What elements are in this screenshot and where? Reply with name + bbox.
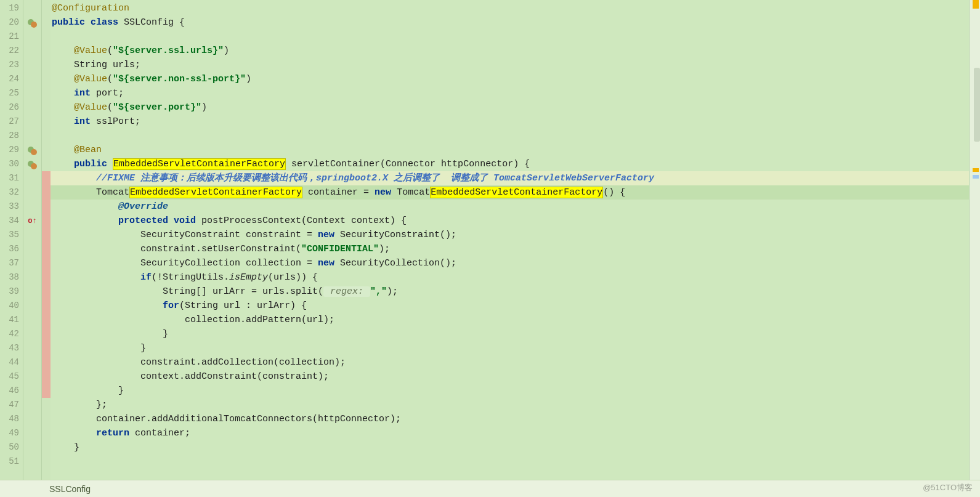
- line-number[interactable]: 22: [0, 44, 23, 58]
- code-line[interactable]: @Bean: [51, 143, 969, 157]
- line-number[interactable]: 29: [0, 143, 23, 157]
- vcs-modified-marker[interactable]: [42, 341, 51, 355]
- vcs-modified-marker[interactable]: [42, 299, 51, 313]
- code-line[interactable]: SecurityConstraint constraint = new Secu…: [51, 228, 969, 242]
- line-number[interactable]: 30: [0, 157, 23, 171]
- line-number[interactable]: 20: [0, 15, 23, 30]
- line-number[interactable]: 37: [0, 256, 23, 270]
- code-line[interactable]: TomcatEmbeddedServletContainerFactory co…: [51, 185, 969, 200]
- line-number[interactable]: 32: [0, 185, 23, 200]
- code-line[interactable]: }: [51, 341, 969, 355]
- line-number[interactable]: 39: [0, 285, 23, 299]
- code-line[interactable]: }: [51, 384, 969, 398]
- line-number[interactable]: 19: [0, 1, 23, 15]
- vcs-blank: [42, 440, 51, 455]
- code-line[interactable]: collection.addPattern(url);: [51, 313, 969, 327]
- code-line[interactable]: public class SSLConfig {: [51, 15, 969, 30]
- line-number-gutter[interactable]: 1920212223242526272829303132333435363738…: [0, 0, 23, 480]
- line-number[interactable]: 44: [0, 355, 23, 370]
- code-line[interactable]: return container;: [51, 426, 969, 440]
- vcs-modified-marker[interactable]: [42, 242, 51, 256]
- code-line[interactable]: String[] urlArr = urls.split( regex: ","…: [51, 285, 969, 299]
- vcs-modified-marker[interactable]: [42, 185, 51, 200]
- code-line[interactable]: }: [51, 440, 969, 455]
- line-number[interactable]: 51: [0, 455, 23, 469]
- line-number[interactable]: 40: [0, 299, 23, 313]
- line-number[interactable]: 35: [0, 228, 23, 242]
- code-line[interactable]: @Value("${server.non-ssl-port}"): [51, 72, 969, 86]
- line-number[interactable]: 33: [0, 200, 23, 214]
- line-number[interactable]: 50: [0, 440, 23, 455]
- code-line[interactable]: container.addAdditionalTomcatConnectors(…: [51, 412, 969, 426]
- vcs-modified-marker[interactable]: [42, 270, 51, 285]
- code-token: (String url : urlArr) {: [179, 301, 307, 311]
- vcs-modified-marker[interactable]: [42, 313, 51, 327]
- code-line[interactable]: }: [51, 327, 969, 341]
- code-line[interactable]: constraint.setUserConstraint("CONFIDENTI…: [51, 242, 969, 256]
- code-line[interactable]: for(String url : urlArr) {: [51, 299, 969, 313]
- vcs-modified-marker[interactable]: [42, 200, 51, 214]
- code-line[interactable]: [51, 129, 969, 143]
- code-line[interactable]: };: [51, 398, 969, 412]
- vcs-modified-marker[interactable]: [42, 256, 51, 270]
- code-line[interactable]: @Value("${server.port}"): [51, 100, 969, 115]
- code-line[interactable]: public EmbeddedServletContainerFactory s…: [51, 157, 969, 171]
- vcs-modified-marker[interactable]: [42, 228, 51, 242]
- error-stripe-mark[interactable]: [973, 175, 979, 179]
- line-number[interactable]: 46: [0, 384, 23, 398]
- line-number[interactable]: 27: [0, 115, 23, 129]
- line-number[interactable]: 38: [0, 270, 23, 285]
- code-line[interactable]: SecurityCollection collection = new Secu…: [51, 256, 969, 270]
- vcs-modified-marker[interactable]: [42, 214, 51, 228]
- code-line[interactable]: @Override: [51, 200, 969, 214]
- vcs-modified-marker[interactable]: [42, 327, 51, 341]
- line-number[interactable]: 48: [0, 412, 23, 426]
- line-number[interactable]: 21: [0, 30, 23, 44]
- implements-icon[interactable]: [23, 157, 41, 171]
- implements-icon[interactable]: [23, 143, 41, 157]
- code-token: );: [379, 244, 390, 254]
- line-number[interactable]: 31: [0, 171, 23, 185]
- vcs-modified-marker[interactable]: [42, 384, 51, 398]
- code-line[interactable]: if(!StringUtils.isEmpty(urls)) {: [51, 270, 969, 285]
- line-number[interactable]: 24: [0, 72, 23, 86]
- code-line[interactable]: //FIXME 注意事项：后续版本升级要调整该出代码，springboot2.X…: [51, 171, 969, 185]
- code-line[interactable]: constraint.addCollection(collection);: [51, 355, 969, 370]
- gutter-icon-column[interactable]: o↑: [23, 0, 42, 480]
- line-number[interactable]: 47: [0, 398, 23, 412]
- line-number[interactable]: 43: [0, 341, 23, 355]
- code-line[interactable]: String urls;: [51, 58, 969, 72]
- line-number[interactable]: 25: [0, 86, 23, 100]
- vcs-modified-marker[interactable]: [42, 285, 51, 299]
- scrollbar-thumb[interactable]: [974, 68, 980, 142]
- error-stripe-mark[interactable]: [973, 168, 979, 172]
- code-line[interactable]: @Value("${server.ssl.urls}"): [51, 44, 969, 58]
- line-number[interactable]: 23: [0, 58, 23, 72]
- code-line[interactable]: int sslPort;: [51, 115, 969, 129]
- vcs-modified-marker[interactable]: [42, 171, 51, 185]
- line-number[interactable]: 41: [0, 313, 23, 327]
- line-number[interactable]: 34: [0, 214, 23, 228]
- implements-icon[interactable]: [23, 15, 41, 30]
- code-line[interactable]: context.addConstraint(constraint);: [51, 370, 969, 384]
- code-line[interactable]: @Configuration: [51, 1, 969, 15]
- gutter-blank: [23, 100, 41, 115]
- line-number[interactable]: 42: [0, 327, 23, 341]
- line-number[interactable]: 28: [0, 129, 23, 143]
- breadcrumb[interactable]: SSLConfig: [49, 484, 91, 494]
- override-icon[interactable]: o↑: [23, 214, 41, 228]
- line-number[interactable]: 49: [0, 426, 23, 440]
- vcs-modified-marker[interactable]: [42, 355, 51, 370]
- vcs-modified-marker[interactable]: [42, 370, 51, 384]
- code-line[interactable]: int port;: [51, 86, 969, 100]
- line-number[interactable]: 26: [0, 100, 23, 115]
- code-editor[interactable]: 1920212223242526272829303132333435363738…: [0, 0, 980, 480]
- code-line[interactable]: [51, 455, 969, 469]
- error-stripe[interactable]: [969, 0, 980, 480]
- line-number[interactable]: 45: [0, 370, 23, 384]
- code-line[interactable]: protected void postProcessContext(Contex…: [51, 214, 969, 228]
- analysis-status-icon[interactable]: [973, 0, 979, 9]
- code-line[interactable]: [51, 30, 969, 44]
- code-area[interactable]: @Configurationpublic class SSLConfig { @…: [51, 0, 969, 480]
- line-number[interactable]: 36: [0, 242, 23, 256]
